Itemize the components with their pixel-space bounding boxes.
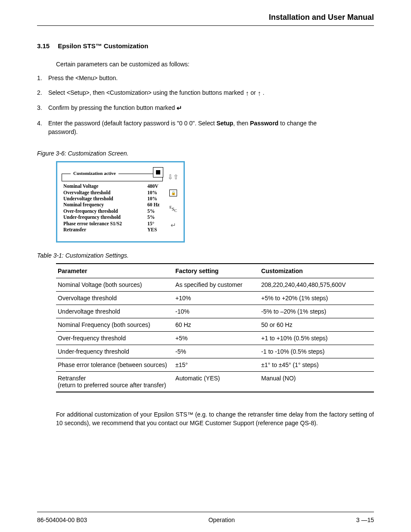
table-row: Over-frequency threshold+5%+1 to +10% (0… [56,332,374,345]
section-title: Epsilon STS™ Customization [58,42,148,50]
enter-icon: ↵ [171,222,176,228]
screen-main: Customization active Nominal Voltage480V… [62,174,165,233]
th-parameter: Parameter [56,264,174,278]
param-value: 480V [147,183,165,189]
cell: Under-frequency threshold [56,345,174,358]
step-1: 1. Press the <Menu> button. [37,74,374,82]
screen-sidebar: ⇩⇧ 🔒 ESC ↵ [167,174,179,233]
step-text-pre: Select <Setup>, then <Customization> usi… [48,89,246,96]
section-number: 3.15 [37,42,56,50]
cell: Overvoltage threshold [56,292,174,305]
param-row: Undervoltage threshold10% [63,196,165,202]
step-text-b: , then [233,120,250,127]
screen-legend: Customization active [71,171,118,176]
param-row: Nominal frequency60 Hz [63,202,165,208]
step-text-post: . [263,89,265,96]
cell: +5% [174,332,259,345]
param-label: Under-frequency threshold [63,214,147,220]
step-bold-setup: Setup [216,120,233,127]
th-factory: Factory setting [174,264,259,278]
cell: 60 Hz [174,318,259,332]
param-row: Nominal Voltage480V [63,183,165,189]
page-header: Installation and User Manual [37,13,374,26]
param-value: 10% [147,196,165,202]
cell: 50 or 60 Hz [259,318,374,332]
param-label: Over-frequency threshold [63,208,147,214]
customization-screen: Customization active Nominal Voltage480V… [56,161,185,243]
step-text-mid: or [251,89,258,96]
screen-fieldset: Customization active [62,174,163,181]
table-row: Retransfer (return to preferred source a… [56,372,374,392]
steps-list: 1. Press the <Menu> button. 2. Select <S… [37,74,374,142]
cell: -10% [174,305,259,318]
step-3: 3. Confirm by pressing the function butt… [37,103,374,113]
cell: -5% [174,345,259,358]
step-ord: 3. [37,103,42,112]
disk-icon [153,167,163,177]
table-row: Undervoltage threshold-10%-5% to –20% (1… [56,305,374,318]
param-value: YES [147,227,165,233]
step-ord: 1. [37,74,42,82]
step-ord: 4. [37,119,42,128]
param-value: 15° [147,221,165,227]
footer-right: 3 —15 [356,516,374,523]
cell: Manual (NO) [259,372,374,392]
cell: Phase error tolerance (between sources) [56,358,174,372]
cell: Undervoltage threshold [56,305,174,318]
section-intro: Certain parameters can be customized as … [56,61,374,68]
cell: -5% to –20% (1% steps) [259,305,374,318]
cell: Over-frequency threshold [56,332,174,345]
step-bold-password: Password [250,120,278,127]
step-4: 4. Enter the password (default factory p… [37,119,374,137]
section-heading: 3.15 Epsilon STS™ Customization [37,42,374,50]
closing-paragraph: For additional customization of your Eps… [56,411,374,427]
param-row: Phase error tolerance S1/S215° [63,221,165,227]
enter-icon: ↵ [177,103,182,113]
page: Installation and User Manual 3.15 Epsilo… [0,0,411,532]
param-row: Under-frequency threshold5% [63,214,165,220]
figure-caption: Figure 3-6: Customization Screen. [37,150,374,157]
cell: Automatic (YES) [174,372,259,392]
step-ord: 2. [37,88,42,97]
param-label: Retransfer [63,227,147,233]
param-row: RetransferYES [63,227,165,233]
cell: Nominal Voltage (both sources) [56,278,174,292]
up-arrow-icon: ↑ [258,90,261,97]
param-label: Nominal Voltage [63,183,147,189]
cell: ±1° to ±45° (1° steps) [259,358,374,372]
param-value: 10% [147,190,165,196]
param-value: 5% [147,208,165,214]
param-label: Nominal frequency [63,202,147,208]
table-row: Nominal Frequency (both sources)60 Hz50 … [56,318,374,332]
step-text: Confirm by pressing the function button … [48,104,177,111]
param-label: Undervoltage threshold [63,196,147,202]
cell: +5% to +20% (1% steps) [259,292,374,305]
param-row: Over-frequency threshold5% [63,208,165,214]
table-row: Overvoltage threshold+10%+5% to +20% (1%… [56,292,374,305]
table-header-row: Parameter Factory setting Customization [56,264,374,278]
step-2: 2. Select <Setup>, then <Customization> … [37,88,374,97]
step-text: Press the <Menu> button. [48,75,118,81]
param-label: Phase error tolerance S1/S2 [63,221,147,227]
table-row: Nominal Voltage (both sources)As specifi… [56,278,374,292]
page-footer: 86-504004-00 B03 Operation 3 —15 [37,512,374,523]
footer-center: Operation [87,516,356,523]
step-text: Enter the password (default factory pass… [48,119,374,128]
table-row: Under-frequency threshold-5%-1 to -10% (… [56,345,374,358]
param-list: Nominal Voltage480V Overvoltage threshol… [62,181,165,233]
lock-icon: 🔒 [169,190,177,196]
footer-left: 86-504004-00 B03 [37,516,87,523]
cell: ±15° [174,358,259,372]
cell: 208,220,240,440,480,575,600V [259,278,374,292]
step-text-a: Enter the password (default factory pass… [48,120,216,127]
table-row: Phase error tolerance (between sources)±… [56,358,374,372]
cell: -1 to -10% (0.5% steps) [259,345,374,358]
updown-icon: ⇩⇧ [168,174,179,180]
param-row: Overvoltage threshold10% [63,190,165,196]
step-text-d: password). [48,128,374,136]
th-customization: Customization [259,264,374,278]
param-value: 5% [147,214,165,220]
cell: +10% [174,292,259,305]
settings-table: Parameter Factory setting Customization … [56,263,374,392]
esc-icon: ESC [169,206,177,212]
